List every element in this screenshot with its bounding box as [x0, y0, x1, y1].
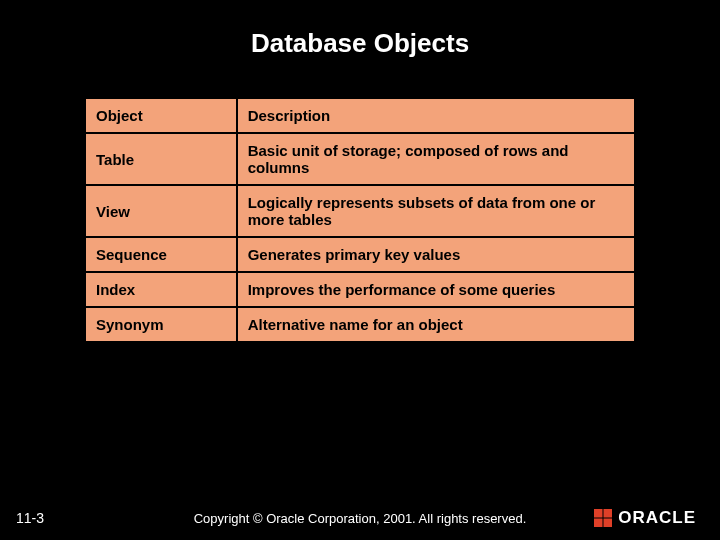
table-row: View Logically represents subsets of dat… — [85, 185, 635, 237]
cell-object: Synonym — [85, 307, 237, 342]
svg-rect-2 — [594, 519, 603, 528]
objects-table-wrap: Object Description Table Basic unit of s… — [84, 97, 636, 343]
footer: 11-3 Copyright © Oracle Corporation, 200… — [0, 498, 720, 528]
cell-description: Generates primary key values — [237, 237, 635, 272]
page-title: Database Objects — [0, 0, 720, 59]
table-row: Index Improves the performance of some q… — [85, 272, 635, 307]
objects-table: Object Description Table Basic unit of s… — [84, 97, 636, 343]
table-header-row: Object Description — [85, 98, 635, 133]
cell-description: Basic unit of storage; composed of rows … — [237, 133, 635, 185]
cell-object: View — [85, 185, 237, 237]
svg-rect-0 — [594, 509, 603, 518]
header-object: Object — [85, 98, 237, 133]
cell-description: Logically represents subsets of data fro… — [237, 185, 635, 237]
oracle-logo-icon — [594, 509, 612, 527]
header-description: Description — [237, 98, 635, 133]
cell-object: Sequence — [85, 237, 237, 272]
cell-description: Alternative name for an object — [237, 307, 635, 342]
slide: Database Objects Object Description Tabl… — [0, 0, 720, 540]
table-row: Synonym Alternative name for an object — [85, 307, 635, 342]
cell-description: Improves the performance of some queries — [237, 272, 635, 307]
oracle-logo: ORACLE — [594, 508, 696, 528]
svg-rect-3 — [604, 519, 613, 528]
table-row: Sequence Generates primary key values — [85, 237, 635, 272]
svg-rect-1 — [604, 509, 613, 518]
table-row: Table Basic unit of storage; composed of… — [85, 133, 635, 185]
oracle-logo-text: ORACLE — [618, 508, 696, 528]
cell-object: Index — [85, 272, 237, 307]
cell-object: Table — [85, 133, 237, 185]
